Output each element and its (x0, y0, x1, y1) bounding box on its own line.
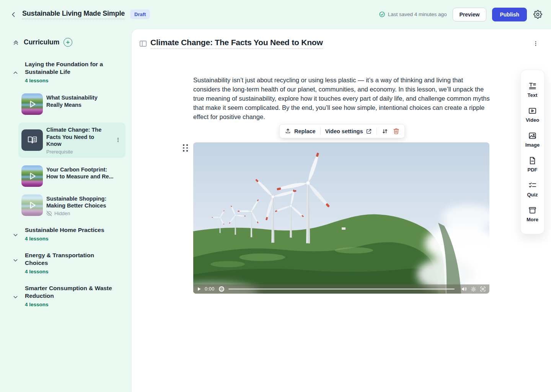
preview-button[interactable]: Preview (453, 8, 487, 21)
lesson-kebab-menu[interactable] (114, 136, 122, 144)
toolbar-divider (377, 127, 377, 135)
chevron-down-icon[interactable] (12, 294, 19, 307)
video-controls-bar: 0:00 (193, 284, 489, 294)
lesson-item[interactable]: Your Carbon Footprint: How to Measure an… (21, 165, 131, 187)
delete-block-button[interactable] (393, 128, 399, 134)
play-icon (21, 194, 43, 216)
insert-video-button[interactable]: Video (526, 106, 539, 123)
section-header[interactable]: Sustainable Home Practices 4 lessons (9, 226, 131, 242)
last-saved-status: Last saved 4 minutes ago (379, 11, 447, 18)
video-thumbnail (21, 194, 43, 216)
video-icon (528, 106, 537, 115)
lesson-heading[interactable]: Climate Change: The Facts You Need to Kn… (150, 38, 323, 49)
scrubber-track[interactable] (228, 289, 455, 289)
section-header[interactable]: Smarter Consumption & Waste Reduction 4 … (9, 284, 131, 307)
section-lesson-count: 4 lessons (25, 302, 117, 307)
chevron-down-icon[interactable] (12, 257, 19, 274)
lesson-options-kebab[interactable] (531, 39, 540, 48)
section-title: Laying the Foundation for a Sustainable … (25, 60, 117, 76)
lesson-item-selected[interactable]: Climate Change: The Facts You Need to Kn… (18, 122, 126, 158)
scrubber-handle[interactable] (219, 286, 224, 292)
play-button[interactable] (197, 287, 201, 291)
section-lesson-count: 4 lessons (25, 269, 117, 274)
topbar: Sustainable Living Made Simple Draft Las… (0, 0, 551, 29)
lesson-title: Climate Change: The Facts You Need to Kn… (46, 126, 110, 148)
lesson-title: Sustainable Shopping: Making Better Choi… (46, 195, 114, 209)
video-thumbnail (21, 93, 43, 115)
more-archive-icon (528, 206, 537, 215)
chevron-down-icon[interactable] (12, 232, 19, 242)
section-header[interactable]: Laying the Foundation for a Sustainable … (9, 60, 131, 83)
course-title[interactable]: Sustainable Living Made Simple (22, 10, 125, 19)
add-section-button[interactable] (64, 38, 72, 47)
volume-icon[interactable] (461, 286, 467, 292)
wind-turbines-video-frame (193, 142, 489, 294)
lesson-title: Your Carbon Footprint: How to Measure an… (46, 166, 114, 180)
quiz-checklist-icon (528, 181, 537, 190)
lesson-text-block[interactable]: Sustainability isn’t just about recyclin… (193, 75, 490, 121)
lesson-item[interactable]: What Sustainability Really Means (21, 93, 131, 115)
replace-button[interactable]: Replace (285, 128, 316, 134)
lesson-editor-panel: Climate Change: The Facts You Need to Kn… (131, 29, 551, 392)
section-title: Energy & Transportation Choices (25, 252, 117, 267)
move-up-down-button[interactable] (381, 128, 388, 135)
insert-more-button[interactable]: More (527, 206, 538, 222)
publish-button[interactable]: Publish (492, 8, 527, 21)
panel-left-toggle-icon[interactable] (139, 39, 147, 48)
reading-lesson-tile (21, 129, 43, 151)
insert-text-button[interactable]: Text (528, 82, 538, 98)
back-button[interactable] (8, 9, 19, 20)
lesson-item-hidden[interactable]: Sustainable Shopping: Making Better Choi… (21, 194, 131, 216)
video-player[interactable]: 0:00 (193, 142, 489, 294)
lesson-title: What Sustainability Really Means (46, 94, 114, 108)
image-icon (528, 131, 537, 140)
insert-quiz-button[interactable]: Quiz (527, 181, 538, 198)
collapse-all-icon[interactable] (12, 39, 20, 46)
insert-block-toolbar: Text Video Image PDF Quiz More (520, 70, 544, 234)
chevron-left-icon (10, 11, 17, 18)
upload-icon (285, 128, 291, 134)
book-open-icon (27, 135, 37, 145)
pdf-file-icon (528, 156, 537, 165)
video-block-toolbar: Replace Video settings (279, 124, 405, 138)
curriculum-title: Curriculum (24, 38, 59, 46)
video-thumbnail (21, 165, 43, 187)
eye-off-icon (46, 211, 52, 216)
check-circle-icon (379, 11, 385, 18)
video-settings-button[interactable]: Video settings (325, 128, 372, 134)
toolbar-divider (320, 127, 321, 135)
text-icon (528, 82, 537, 90)
section-title: Smarter Consumption & Waste Reduction (25, 284, 117, 300)
fullscreen-icon[interactable] (480, 286, 486, 292)
section-lesson-count: 4 lessons (25, 236, 117, 242)
player-settings-icon[interactable] (471, 286, 476, 292)
settings-gear-icon[interactable] (533, 10, 543, 20)
section-header[interactable]: Energy & Transportation Choices 4 lesson… (9, 252, 131, 274)
curriculum-sidebar: Curriculum Laying the Foundation for a S… (0, 29, 131, 392)
last-saved-text: Last saved 4 minutes ago (388, 11, 447, 17)
status-badge: Draft (130, 10, 150, 19)
section-lesson-count: 4 lessons (25, 78, 117, 83)
video-time: 0:00 (205, 286, 215, 292)
external-link-icon (366, 128, 372, 134)
block-drag-handle[interactable] (183, 144, 188, 152)
chevron-up-icon[interactable] (12, 70, 19, 83)
play-icon (21, 93, 43, 115)
section-title: Sustainable Home Practices (25, 226, 117, 234)
play-icon (21, 165, 43, 187)
hidden-label: Hidden (54, 211, 70, 216)
insert-pdf-button[interactable]: PDF (528, 156, 538, 173)
insert-image-button[interactable]: Image (525, 131, 540, 148)
lesson-meta: Prerequisite (46, 149, 110, 155)
